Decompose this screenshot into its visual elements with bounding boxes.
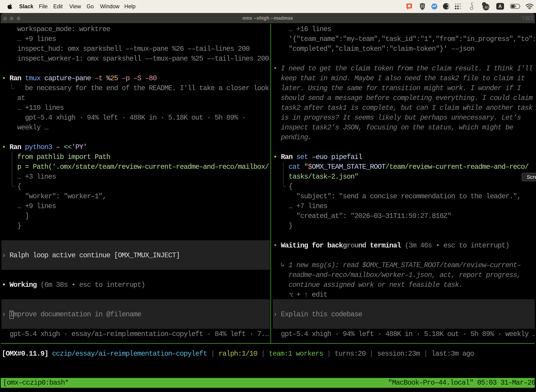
svg-text:..61: ..61 <box>483 5 489 9</box>
